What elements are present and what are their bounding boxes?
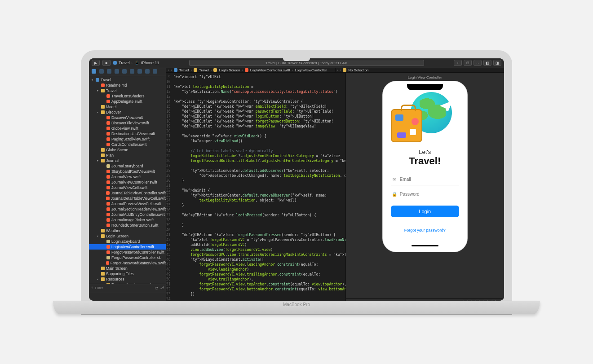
project-nav-icon[interactable] (92, 69, 96, 74)
file-tree-item[interactable]: JournalAddEntryController.swift (89, 212, 166, 217)
file-tree-item[interactable]: StoryboardRootView.swift (89, 169, 166, 174)
debug-nav-icon[interactable] (137, 69, 142, 74)
plus-button[interactable]: + (454, 60, 462, 66)
file-tree-item[interactable]: DiscoverView.swift (89, 115, 166, 120)
file-tree-item[interactable]: ▾Travel (89, 88, 166, 93)
navigator-selector[interactable] (89, 68, 166, 76)
swift-icon (106, 213, 110, 216)
chevron-right-icon: › (132, 61, 133, 65)
hide-navigator-button[interactable]: ◧ (483, 60, 491, 66)
forward-icon[interactable]: › (171, 69, 172, 72)
folder-icon (101, 89, 105, 92)
file-tree-item[interactable]: JournalTableViewController.swift (89, 190, 166, 196)
report-nav-icon[interactable] (153, 69, 157, 74)
plus-icon[interactable]: + (91, 285, 93, 290)
file-tree-item[interactable]: AppDelegate.swift (89, 99, 166, 104)
file-tree-item[interactable]: TravelLensShaders (89, 93, 166, 99)
filter-input[interactable] (95, 286, 153, 290)
file-tree-item[interactable]: JournalImagePicker.swift (89, 217, 166, 223)
editor-area: ‹ › Travel ›Travel ›Login Screen ›LoginV… (166, 68, 504, 292)
file-tree-item[interactable]: DiscoverTileView.swift (89, 120, 166, 126)
folder-icon (101, 234, 105, 238)
file-tree-item[interactable]: ForgotPasswordStatusView.swift (89, 260, 166, 266)
file-tree-item[interactable]: ForgotPasswordController.xib (89, 255, 166, 260)
line-gutter: 9101112131415161718192021222324252627282… (166, 73, 173, 301)
footer-btn-4[interactable] (487, 300, 492, 301)
folder-icon (101, 159, 105, 162)
file-tree-item[interactable]: ▾Travel (89, 77, 166, 83)
issue-nav-icon[interactable] (122, 69, 127, 74)
forgot-password-link[interactable]: Forgot your password? (385, 228, 465, 232)
file-tree-item[interactable]: ▾Login Screen (89, 233, 166, 239)
file-tree-item[interactable]: Journal.storyboard (89, 163, 166, 169)
jump-bar-left[interactable]: ‹ › Travel ›Travel ›Login Screen ›LoginV… (166, 68, 335, 72)
file-tree[interactable]: ▾TravelReadme.md▾TravelTravelLensShaders… (89, 76, 166, 284)
file-tree-item[interactable]: Supporting Files (89, 271, 166, 276)
symbol-nav-icon[interactable] (107, 69, 111, 74)
swift-icon (106, 137, 110, 141)
file-tree-item[interactable]: JournalView.swift (89, 174, 166, 180)
file-tree-item[interactable]: ▾Journal (89, 158, 166, 163)
swift-icon (106, 132, 110, 136)
file-tree-item[interactable]: JournalSectionHeaderView.swift (89, 206, 166, 212)
clock-icon[interactable]: ◔ (155, 286, 158, 290)
source-control-nav-icon[interactable] (99, 69, 104, 74)
preview-canvas[interactable]: Let's Travel! ✉ 🔒 (346, 82, 504, 298)
hero-illustration (385, 84, 465, 147)
folder-icon (101, 267, 105, 270)
file-tree-item[interactable]: JournalDetailTableViewCell.swift (89, 196, 166, 201)
file-tree-item[interactable]: Login.storyboard (89, 239, 166, 244)
sb-icon (106, 256, 110, 259)
back-icon[interactable]: ‹ (168, 69, 169, 72)
file-tree-item[interactable]: Weather (89, 228, 166, 233)
password-field[interactable] (400, 192, 458, 197)
run-button[interactable]: ▶ (92, 60, 100, 66)
file-tree-item[interactable]: Model (89, 104, 166, 110)
file-tree-item[interactable]: Plan (89, 153, 166, 158)
file-tree-item[interactable]: GlobeView.swift (89, 126, 166, 131)
footer-btn-3[interactable] (479, 300, 484, 301)
file-tree-item[interactable]: DestinationsListView.swift (89, 131, 166, 136)
library-button[interactable]: ⊞ (464, 60, 472, 66)
file-tree-item[interactable]: LoginViewController.swift (89, 244, 166, 250)
folder-icon (101, 153, 105, 157)
scheme-selector[interactable]: Travel › 📱 iPhone 11 (113, 61, 159, 65)
file-tree-item[interactable]: ForgotPasswordController.swift (89, 250, 166, 255)
file-tree-item[interactable]: JournalPreviewViewCell.swift (89, 201, 166, 206)
file-tree-item[interactable]: PagingScrollView.swift (89, 136, 166, 142)
file-tree-item[interactable]: Readme.md (89, 83, 166, 88)
footer-btn-1[interactable] (463, 300, 468, 301)
file-tree-item[interactable]: Main Screen (89, 266, 166, 271)
stop-button[interactable]: ■ (102, 60, 111, 66)
iphone-preview: Let's Travel! ✉ 🔒 (385, 84, 465, 249)
jump-bar-right[interactable]: ‹ › No Selection (335, 68, 504, 72)
tagline: Let's Travel! (385, 149, 465, 167)
footer-btn-5[interactable] (495, 300, 500, 301)
test-nav-icon[interactable] (130, 69, 134, 74)
swift-icon (106, 224, 110, 227)
folder-icon (101, 110, 105, 114)
phone-icon: 📱 (134, 61, 139, 65)
file-tree-item[interactable]: CardsController.swift (89, 142, 166, 147)
scm-icon[interactable]: ⎇ (160, 286, 164, 290)
file-tree-item[interactable]: Globe Scene (89, 147, 166, 153)
find-nav-icon[interactable] (115, 69, 119, 74)
file-tree-item[interactable]: JournalViewController.swift (89, 180, 166, 185)
file-tree-item[interactable]: JournalViewCell.swift (89, 185, 166, 190)
file-tree-item[interactable]: ▾Discover (89, 110, 166, 115)
breakpoint-nav-icon[interactable] (145, 69, 150, 74)
source-code[interactable]: "kw">import "ty">UIKit "kw">let textLegi… (173, 73, 345, 301)
file-tree-item[interactable]: RoundedCornerButton.swift (89, 223, 166, 228)
swift-icon (106, 197, 109, 200)
footer-btn-2[interactable] (471, 300, 476, 301)
forward-icon[interactable]: › (340, 69, 341, 72)
review-button[interactable]: ↔ (474, 60, 482, 66)
source-editor[interactable]: 9101112131415161718192021222324252627282… (166, 73, 345, 301)
swift-icon (106, 143, 110, 146)
hide-inspector-button[interactable]: ◨ (493, 60, 501, 66)
back-icon[interactable]: ‹ (337, 69, 338, 72)
swift-icon (106, 207, 110, 211)
file-tree-item[interactable]: ▾Resources (89, 276, 166, 282)
login-button[interactable]: Login (391, 206, 459, 217)
email-field[interactable] (400, 177, 458, 182)
